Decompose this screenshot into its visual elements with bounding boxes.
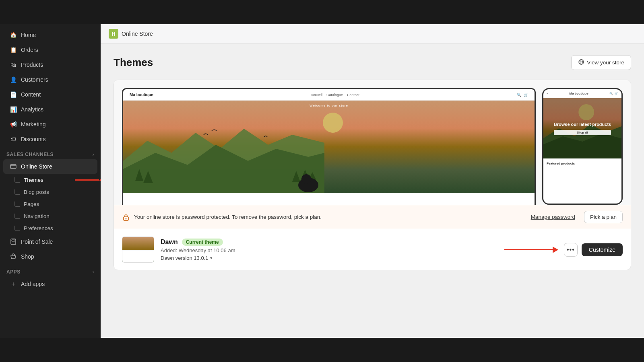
sun (323, 113, 343, 133)
mobile-hero-overlay: Browse our latest products Shop all (543, 98, 621, 158)
mock-hero: Welcome to our store (123, 101, 535, 193)
sidebar: 🏠 Home 📋 Orders 🛍 Products 👤 Customers 📄… (0, 24, 101, 338)
sidebar-item-content[interactable]: 📄 Content (3, 87, 97, 102)
page-title-row: Themes View your store (114, 55, 631, 70)
orders-icon: 📋 (10, 46, 17, 53)
sales-channels-chevron[interactable]: › (93, 152, 95, 157)
themes-sub-item-wrapper: Themes (0, 174, 101, 186)
theme-name: Dawn (161, 239, 178, 246)
version-chevron: ▾ (210, 255, 213, 261)
sidebar-item-label: Marketing (21, 121, 45, 128)
sidebar-item-label: Home (21, 32, 36, 38)
sidebar-item-products[interactable]: 🛍 Products (3, 58, 97, 72)
current-theme-badge: Current theme (182, 239, 223, 246)
sidebar-item-home[interactable]: 🏠 Home (3, 28, 97, 42)
sidebar-item-shop[interactable]: Shop (3, 249, 97, 264)
pos-icon (10, 238, 17, 245)
header-title: Online Store (122, 31, 153, 37)
marketing-icon: 📢 (10, 121, 17, 128)
mock-desktop-nav: Ma boutique Accueil Catalogue Contact 🔍 … (123, 89, 535, 101)
sidebar-item-label: Customers (21, 76, 48, 83)
themes-sub-label: Themes (24, 177, 43, 183)
view-store-button[interactable]: View your store (571, 55, 631, 70)
content-icon: 📄 (10, 91, 17, 98)
svg-rect-2 (12, 240, 15, 241)
theme-thumbnail (122, 237, 154, 263)
mock-brand: Ma boutique (130, 93, 153, 97)
navigation-label: Navigation (24, 213, 50, 219)
view-icon (578, 59, 584, 66)
products-icon: 🛍 (10, 61, 17, 68)
sidebar-item-customers[interactable]: 👤 Customers (3, 72, 97, 87)
mobile-mockup: ≡ Ma boutique 🔍 🛒 (542, 88, 623, 205)
view-store-label: View your store (587, 60, 624, 66)
sidebar-item-online-store[interactable]: Online Store (3, 159, 97, 174)
sidebar-sub-item-blog-posts[interactable]: Blog posts (3, 186, 97, 198)
mock-mobile-nav: ≡ Ma boutique 🔍 🛒 (543, 89, 621, 98)
discounts-icon: 🏷 (10, 136, 17, 143)
sidebar-item-label: Products (21, 62, 43, 68)
apps-header: Apps › (0, 264, 101, 276)
svg-point-11 (301, 174, 311, 184)
theme-info-row: Dawn Current theme Added: Wednesday at 1… (114, 229, 631, 270)
sales-channels-header: Sales channels › (0, 147, 101, 159)
theme-added: Added: Wednesday at 10:06 am (161, 247, 498, 253)
desktop-mockup: Ma boutique Accueil Catalogue Contact 🔍 … (122, 88, 536, 205)
right-arrow-annotation (504, 247, 558, 253)
pick-plan-button[interactable]: Pick a plan (584, 211, 623, 223)
sidebar-item-discounts[interactable]: 🏷 Discounts (3, 132, 97, 146)
theme-actions: ••• Customize (504, 243, 623, 257)
sidebar-item-pos[interactable]: Point of Sale (3, 234, 97, 249)
preferences-label: Preferences (24, 225, 53, 231)
sidebar-item-label: Orders (21, 47, 38, 53)
home-icon: 🏠 (10, 31, 17, 39)
pos-label: Point of Sale (21, 239, 53, 245)
password-warning-text: Your online store is password protected.… (134, 214, 527, 220)
sidebar-sub-item-navigation[interactable]: Navigation (3, 210, 97, 222)
mock-nav-links: Accueil Catalogue Contact (311, 93, 359, 97)
mobile-featured-label: Featured products (543, 158, 621, 169)
shop-label: Shop (21, 253, 34, 260)
sidebar-item-marketing[interactable]: 📢 Marketing (3, 117, 97, 132)
manage-password-link[interactable]: Manage password (531, 214, 575, 220)
sidebar-item-label: Analytics (21, 106, 43, 113)
mock-nav-icons: 🔍 🛒 (517, 93, 528, 97)
sidebar-item-add-apps[interactable]: ＋ Add apps (3, 277, 97, 291)
theme-info: Dawn Current theme Added: Wednesday at 1… (161, 239, 498, 261)
theme-thumbnail-overlay (122, 250, 154, 262)
apps-chevron[interactable]: › (93, 269, 95, 275)
customize-button[interactable]: Customize (582, 243, 623, 256)
bottom-bar (0, 338, 644, 362)
page-title: Themes (114, 56, 153, 69)
mobile-cta: Shop all (554, 130, 611, 135)
online-store-label: Online Store (21, 163, 52, 170)
add-apps-icon: ＋ (10, 280, 17, 288)
content-main: Themes View your store (101, 44, 644, 338)
add-apps-label: Add apps (21, 281, 45, 287)
theme-preview-images: Ma boutique Accueil Catalogue Contact 🔍 … (114, 80, 631, 205)
sidebar-sub-item-themes[interactable]: Themes (3, 174, 97, 186)
mobile-hero: Browse our latest products Shop all (543, 98, 621, 158)
online-store-icon (10, 163, 17, 170)
customers-icon: 👤 (10, 76, 17, 83)
shopify-logo: H (109, 29, 118, 39)
sidebar-sub-item-preferences[interactable]: Preferences (3, 222, 97, 234)
pages-label: Pages (24, 201, 39, 207)
svg-rect-0 (10, 165, 16, 169)
more-options-button[interactable]: ••• (564, 243, 578, 257)
svg-point-15 (126, 218, 127, 219)
top-bar (0, 0, 644, 24)
blog-posts-label: Blog posts (24, 189, 49, 195)
sidebar-item-orders[interactable]: 📋 Orders (3, 43, 97, 57)
sidebar-item-label: Discounts (21, 136, 45, 142)
content-header: H Online Store (101, 24, 644, 44)
mobile-brand: Ma boutique (569, 92, 588, 95)
sidebar-item-label: Content (21, 91, 41, 98)
password-warning-banner: Your online store is password protected.… (114, 205, 631, 229)
lock-icon (122, 213, 130, 221)
sidebar-sub-item-pages[interactable]: Pages (3, 198, 97, 210)
analytics-icon: 📊 (10, 106, 17, 113)
shop-icon (10, 253, 17, 260)
sidebar-item-analytics[interactable]: 📊 Analytics (3, 102, 97, 117)
theme-version[interactable]: Dawn version 13.0.1 ▾ (161, 255, 498, 261)
